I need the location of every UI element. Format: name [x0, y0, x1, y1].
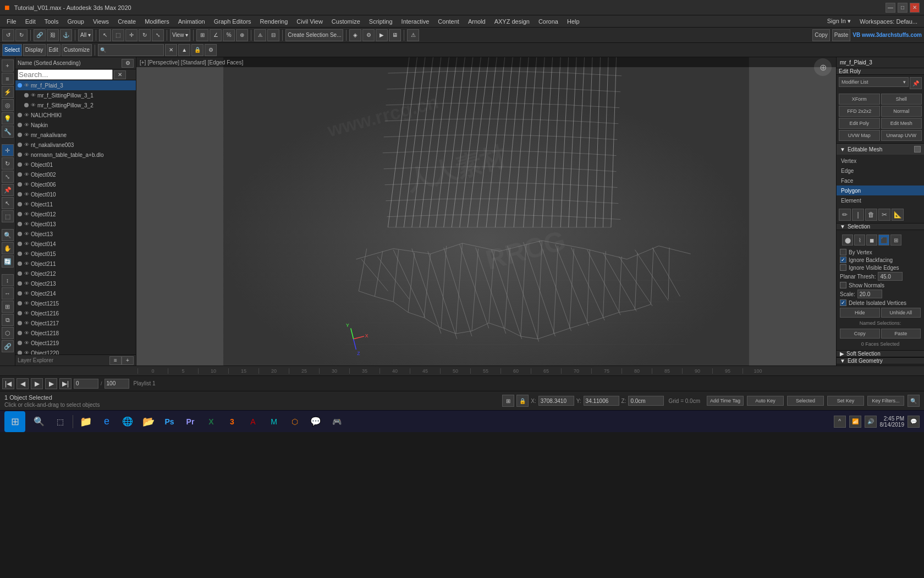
tray-chevron[interactable]: ^ [834, 416, 846, 428]
move-button[interactable]: ✛ [125, 29, 138, 41]
sel-edge-icon[interactable]: ⌇ [854, 235, 865, 246]
attach-tool-left[interactable]: 🔗 [2, 340, 14, 352]
edit-poly-btn[interactable]: Edit Poly [839, 118, 880, 129]
scene-item-27[interactable]: 👁Object1220 [15, 348, 136, 355]
scene-item-7[interactable]: 👁normann_table_table_a+b.dlo [15, 150, 136, 160]
menu-animation[interactable]: Animation [174, 17, 210, 26]
align-button[interactable]: ⊟ [267, 29, 279, 41]
render-frame[interactable]: 🖥 [389, 29, 401, 41]
scene-item-4[interactable]: 👁Napkin [15, 120, 136, 130]
menu-modifiers[interactable]: Modifiers [140, 17, 174, 26]
menu-file[interactable]: File [2, 17, 21, 26]
menu-graph-editors[interactable]: Graph Editors [210, 17, 256, 26]
editable-mesh-title[interactable]: ▼ Editable Mesh [837, 144, 924, 155]
planar-thresh-input[interactable] [878, 272, 903, 281]
render-setup[interactable]: ⚙ [362, 29, 375, 41]
bind-button[interactable]: ⚓ [60, 29, 72, 41]
link-button[interactable]: 🔗 [34, 29, 46, 41]
display-tab[interactable]: Display [23, 44, 46, 56]
scene-item-26[interactable]: 👁Object1219 [15, 338, 136, 348]
ignore-visible-edges-checkbox[interactable] [840, 264, 846, 271]
hierarchy-tool[interactable]: ⚡ [2, 86, 14, 98]
select-object-button[interactable]: ↖ [99, 29, 111, 41]
tray-network[interactable]: 📶 [849, 416, 861, 428]
modify-tool[interactable]: ≡ [2, 73, 14, 85]
edge-subobj[interactable]: Edge [837, 166, 924, 176]
viewport-options-btn[interactable]: ⊕ [814, 58, 832, 76]
scene-item-eye-23[interactable]: 👁 [24, 310, 29, 316]
viewport[interactable]: [+] [Perspective] [Standard] [Edged Face… [136, 57, 836, 366]
menu-tools[interactable]: Tools [40, 17, 63, 26]
scene-item-eye-16[interactable]: 👁 [24, 241, 29, 247]
modifier-list-dropdown[interactable]: Modifier List ▾ [839, 77, 909, 87]
total-frames-input[interactable] [105, 379, 129, 389]
scene-item-21[interactable]: 👁Object214 [15, 288, 136, 298]
edit-mesh-btn[interactable]: Edit Mesh [881, 118, 922, 129]
mesh-tool-5[interactable]: 📐 [892, 209, 904, 221]
scene-item-eye-25[interactable]: 👁 [24, 330, 29, 336]
scene-item-eye-5[interactable]: 👁 [24, 132, 29, 138]
taskbar-chrome[interactable]: 🌐 [118, 412, 137, 431]
minimize-button[interactable]: — [886, 3, 895, 13]
customize-tab[interactable]: Customize [62, 44, 92, 56]
undo-button[interactable]: ↺ [2, 29, 14, 41]
taskbar-explorer[interactable]: 📁 [76, 412, 95, 431]
scene-item-eye-13[interactable]: 👁 [24, 211, 29, 217]
uvw-map-btn[interactable]: UVW Map [839, 130, 880, 141]
menu-scripting[interactable]: Scripting [365, 17, 397, 26]
scene-config-btn[interactable]: ⚙ [122, 59, 134, 68]
edit-geometry-header[interactable]: ▼ Edit Geometry [837, 357, 924, 364]
search-btn[interactable]: 🔍 [908, 395, 920, 407]
hide-button[interactable]: Hide [840, 308, 880, 318]
scene-item-10[interactable]: 👁Object006 [15, 179, 136, 189]
go-start-btn[interactable]: |◀ [2, 378, 14, 389]
scene-item-2[interactable]: 👁mr_f_SittingPillow_3_2 [15, 100, 136, 110]
scale-input[interactable] [857, 290, 882, 298]
tray-volume[interactable]: 🔊 [865, 416, 877, 428]
scene-item-6[interactable]: 👁nt_nakalivane003 [15, 140, 136, 150]
select-tool[interactable]: ↖ [2, 197, 14, 209]
delete-isolated-checkbox[interactable]: ✓ [840, 299, 846, 306]
taskbar-search[interactable]: 🔍 [30, 412, 48, 431]
keyboard-shortcut[interactable]: ⚠ [407, 29, 419, 41]
scene-item-eye-21[interactable]: 👁 [24, 291, 29, 296]
snap-toggle[interactable]: ⊞ [196, 29, 208, 41]
scene-item-eye-26[interactable]: 👁 [24, 340, 29, 346]
material-editor[interactable]: ◈ [349, 29, 361, 41]
scene-item-eye-24[interactable]: 👁 [24, 320, 29, 326]
scale-button[interactable]: ⤡ [152, 29, 164, 41]
scene-item-8[interactable]: 👁Object01 [15, 160, 136, 170]
scene-item-0[interactable]: 👁mr_f_Plaid_3 [15, 80, 136, 90]
go-end-btn[interactable]: ▶| [59, 378, 72, 389]
sign-in-button[interactable]: Sign In ▾ [823, 17, 855, 26]
scene-item-1[interactable]: 👁mr_f_SittingPillow_3_1 [15, 90, 136, 100]
selected-btn[interactable]: Selected [787, 396, 824, 406]
scene-item-eye-20[interactable]: 👁 [24, 281, 29, 286]
soft-selection-header[interactable]: ▶ Soft Selection [837, 350, 924, 357]
layer-btn-2[interactable]: + [122, 356, 134, 365]
rotate-tool[interactable]: ↻ [2, 157, 14, 170]
selection-copy-button[interactable]: Copy [840, 329, 880, 339]
ignore-backfacing-checkbox[interactable]: ✓ [840, 257, 846, 263]
menu-interactive[interactable]: Interactive [397, 17, 434, 26]
set-key-btn[interactable]: Set Key [827, 396, 864, 406]
select-region-button[interactable]: ⬚ [112, 29, 124, 41]
taskbar-maya[interactable]: M [265, 412, 283, 431]
menu-views[interactable]: Views [89, 17, 113, 26]
scene-item-13[interactable]: 👁Object012 [15, 209, 136, 219]
rotate-button[interactable]: ↻ [139, 29, 151, 41]
scale-tool[interactable]: ⤡ [2, 171, 14, 183]
config-button[interactable]: ⚙ [205, 44, 217, 56]
menu-content[interactable]: Content [433, 17, 464, 26]
menu-help[interactable]: Help [563, 17, 584, 26]
scene-item-16[interactable]: 👁Object014 [15, 239, 136, 249]
mirror-button[interactable]: ⧌ [254, 29, 266, 41]
menu-group[interactable]: Group [63, 17, 89, 26]
auto-key-btn[interactable]: Auto Key [747, 396, 784, 406]
scene-item-eye-6[interactable]: 👁 [24, 142, 29, 148]
mirror-tool-left[interactable]: ↔ [2, 287, 14, 299]
spinner-snap[interactable]: ⊕ [236, 29, 248, 41]
lock-button[interactable]: 🔒 [191, 44, 204, 56]
menu-civil-view[interactable]: Civil View [292, 17, 327, 26]
angle-snap[interactable]: ∠ [210, 29, 222, 41]
